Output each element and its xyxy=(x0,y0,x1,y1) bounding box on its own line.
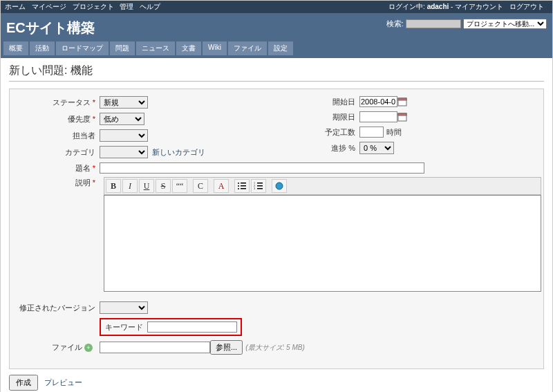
page-heading: 新しい問題: 機能 xyxy=(9,64,544,82)
ul-button[interactable] xyxy=(234,179,250,193)
nav-logout[interactable]: ログアウト xyxy=(509,3,544,10)
priority-select[interactable]: 低め xyxy=(100,113,144,125)
calendar-icon[interactable] xyxy=(397,97,407,106)
priority-label: 優先度 * xyxy=(17,114,100,124)
svg-point-6 xyxy=(238,185,239,187)
svg-point-8 xyxy=(238,188,239,189)
subject-label: 題名 * xyxy=(17,163,100,174)
quote-button[interactable]: ““ xyxy=(172,179,187,193)
svg-rect-11 xyxy=(257,183,263,184)
status-label: ステータス * xyxy=(17,97,100,108)
description-label: 説明 * xyxy=(17,178,100,188)
svg-rect-9 xyxy=(241,188,246,189)
underline-button[interactable]: U xyxy=(139,179,154,193)
done-ratio-select[interactable]: 0 % xyxy=(359,142,394,154)
start-date-label: 開始日 xyxy=(276,97,359,107)
calendar-icon[interactable] xyxy=(397,112,407,122)
start-date-input[interactable] xyxy=(359,96,397,107)
estimated-hours-label: 予定工数 xyxy=(276,127,359,138)
nav-home[interactable]: ホーム xyxy=(5,3,26,10)
search-input[interactable] xyxy=(406,19,461,28)
color-button[interactable]: A xyxy=(214,179,229,193)
svg-rect-13 xyxy=(257,185,263,187)
assignee-select[interactable] xyxy=(100,129,148,142)
nav-myaccount[interactable]: マイアカウント xyxy=(455,3,503,10)
keyword-highlight: キーワード xyxy=(100,318,242,336)
done-ratio-label: 進捗 % xyxy=(276,143,359,153)
ol-button[interactable]: 123 xyxy=(251,179,266,193)
code-button[interactable]: C xyxy=(193,179,208,193)
header: ECサイト構築 検索: プロジェクトへ移動... xyxy=(1,13,552,41)
strike-button[interactable]: S xyxy=(156,179,171,193)
due-date-label: 期限日 xyxy=(276,112,359,122)
fixed-version-label: 修正されたバージョン xyxy=(17,303,100,313)
link-button[interactable] xyxy=(272,179,287,193)
issue-form-box: ステータス * 新規 優先度 * 低め 担当者 カテゴリ 新しいカテゴリ xyxy=(9,88,544,369)
tab-documents[interactable]: 文書 xyxy=(176,41,201,55)
bold-button[interactable]: B xyxy=(106,179,121,193)
preview-link[interactable]: プレビュー xyxy=(44,378,82,386)
tab-issues[interactable]: 問題 xyxy=(110,41,135,55)
keyword-input[interactable] xyxy=(147,321,237,333)
fixed-version-select[interactable] xyxy=(100,301,148,314)
project-title: ECサイト構築 xyxy=(6,16,95,41)
nav-admin[interactable]: 管理 xyxy=(120,3,133,10)
file-path-input[interactable] xyxy=(100,342,210,353)
svg-rect-5 xyxy=(241,183,246,184)
file-label: ファイル + xyxy=(17,342,100,353)
browse-button[interactable]: 参照... xyxy=(210,340,243,355)
keyword-label: キーワード xyxy=(104,322,147,333)
login-prefix: ログイン中: xyxy=(388,3,425,10)
main-menu: 概要 活動 ロードマップ 問題 ニュース 文書 Wiki ファイル 設定 xyxy=(1,41,552,58)
top-menu: ホーム マイページ プロジェクト 管理 ヘルプ ログイン中: adachi - … xyxy=(1,1,552,13)
tab-wiki[interactable]: Wiki xyxy=(203,41,227,55)
subject-input[interactable] xyxy=(100,162,424,174)
svg-text:3: 3 xyxy=(254,187,255,190)
tab-news[interactable]: ニュース xyxy=(136,41,175,55)
tab-settings[interactable]: 設定 xyxy=(268,41,293,55)
login-user: adachi xyxy=(427,3,449,10)
tab-overview[interactable]: 概要 xyxy=(3,41,28,55)
nav-mypage[interactable]: マイページ xyxy=(32,3,66,10)
svg-rect-7 xyxy=(241,185,246,187)
status-select[interactable]: 新規 xyxy=(100,96,148,109)
project-jump-select[interactable]: プロジェクトへ移動... xyxy=(463,19,547,29)
tab-files[interactable]: ファイル xyxy=(228,41,267,55)
add-file-icon[interactable]: + xyxy=(84,344,93,352)
svg-rect-15 xyxy=(257,188,263,189)
search-label: 検索: xyxy=(386,19,404,28)
nav-projects[interactable]: プロジェクト xyxy=(73,3,114,10)
category-select[interactable] xyxy=(100,146,148,158)
description-textarea[interactable] xyxy=(104,195,541,292)
due-date-input[interactable] xyxy=(359,111,397,122)
italic-button[interactable]: I xyxy=(122,179,138,193)
file-size-hint: (最大サイズ: 5 MB) xyxy=(245,343,305,353)
svg-rect-1 xyxy=(398,98,406,100)
estimated-hours-input[interactable] xyxy=(359,127,384,138)
svg-point-16 xyxy=(276,183,283,189)
hours-suffix: 時間 xyxy=(386,127,402,138)
svg-rect-3 xyxy=(398,113,406,115)
svg-point-4 xyxy=(238,183,239,184)
editor-toolbar: B I U S ““ C A 123 xyxy=(104,177,541,195)
new-category-link[interactable]: 新しいカテゴリ xyxy=(152,147,205,158)
category-label: カテゴリ xyxy=(17,147,100,158)
tab-activity[interactable]: 活動 xyxy=(30,41,55,55)
tab-roadmap[interactable]: ロードマップ xyxy=(56,41,109,55)
submit-button[interactable]: 作成 xyxy=(9,375,38,391)
nav-help[interactable]: ヘルプ xyxy=(140,3,160,10)
assignee-label: 担当者 xyxy=(17,131,100,141)
